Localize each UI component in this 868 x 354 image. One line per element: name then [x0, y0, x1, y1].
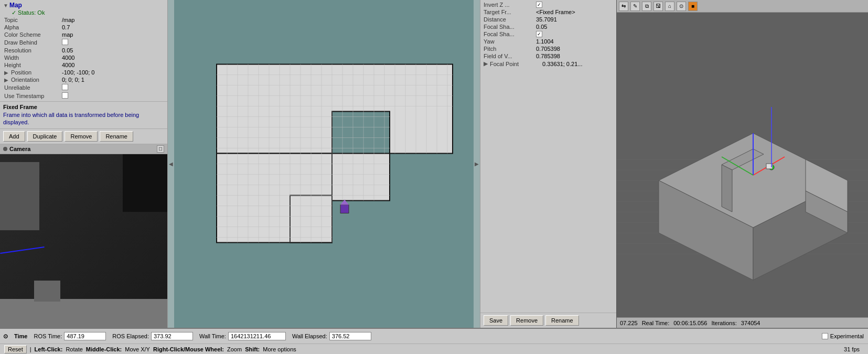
camera-view: [0, 154, 167, 328]
duplicate-button[interactable]: Duplicate: [27, 131, 63, 142]
orientation-value[interactable]: 0; 0; 0; 1: [60, 76, 165, 83]
3d-scene-svg: [617, 13, 868, 285]
fps-indicator: 31 fps: [844, 346, 864, 352]
3d-status-bar: 07.225 Real Time: 00:06:15.056 Iteration…: [617, 317, 868, 328]
fixed-frame-section: Fixed Frame Frame into which all data is…: [0, 101, 167, 128]
focal-point-value[interactable]: 0.33631; 0.21...: [542, 61, 582, 67]
ros-elapsed-value[interactable]: 373.92: [151, 332, 193, 340]
width-value[interactable]: 4000: [60, 54, 165, 61]
right-collapse-arrow[interactable]: ▶: [474, 0, 480, 328]
use-timestamp-checkbox[interactable]: [62, 92, 68, 99]
camera-properties: Invert Z ... Target Fr... <Fixed Frame> …: [480, 0, 616, 313]
toolbar-icon-3[interactable]: ⧉: [642, 2, 651, 11]
map-tree-item[interactable]: ▼ Map: [2, 1, 165, 9]
middle-click-action: Move X/Y: [125, 346, 150, 352]
resolution-row: Resolution 0.05: [2, 47, 165, 54]
yaw-label: Yaw: [484, 38, 536, 45]
map-label: Map: [9, 2, 22, 9]
draw-behind-checkbox[interactable]: [62, 39, 68, 45]
add-button[interactable]: Add: [3, 131, 25, 142]
field-of-v-label: Field of V...: [484, 53, 536, 59]
rename-view-button[interactable]: Rename: [545, 315, 579, 326]
shift-label: Shift:: [245, 346, 260, 352]
right-click-action: Zoom: [227, 346, 242, 352]
resolution-label: Resolution: [2, 47, 60, 54]
toolbar-icon-1[interactable]: ⇆: [619, 2, 628, 11]
wall-time-field: Wall Time: 1642131211.46: [199, 332, 286, 340]
topic-value[interactable]: /map: [60, 16, 165, 24]
position-value[interactable]: -100; -100; 0: [60, 69, 165, 76]
alpha-value[interactable]: 0.7: [60, 24, 165, 31]
position-label: Position: [11, 69, 31, 76]
left-click-action: Rotate: [66, 346, 82, 352]
save-button[interactable]: Save: [484, 315, 508, 326]
distance-label: Distance: [484, 16, 536, 23]
toolbar-3d: ⇆ ✎ ⧉ 🖫 ⌂ ⊙ ■: [617, 0, 868, 13]
invert-z-label: Invert Z ...: [484, 2, 536, 8]
experimental-label: Experimental: [830, 333, 864, 339]
height-value[interactable]: 4000: [60, 61, 165, 69]
left-click-label: Left-Click:: [35, 346, 63, 352]
distance-value[interactable]: 35.7091: [536, 16, 557, 23]
focal-point-label: Focal Point: [490, 61, 542, 67]
svg-marker-0: [217, 64, 453, 153]
focal-sha1-value[interactable]: 0.05: [536, 24, 547, 30]
ros-elapsed-field: ROS Elapsed: 373.92: [112, 332, 193, 340]
camera-building-right: [123, 154, 167, 212]
left-collapse-arrow[interactable]: ◀: [168, 0, 174, 328]
focal-point-arrow[interactable]: ▶: [484, 60, 488, 67]
toolbar-icon-5[interactable]: ⌂: [665, 2, 674, 11]
real-time-label: Real Time:: [642, 320, 670, 326]
field-of-v-value[interactable]: 0.785398: [536, 53, 560, 59]
unreliable-row: Unreliable: [2, 83, 165, 92]
topic-row: Topic /map: [2, 16, 165, 24]
far-right-panel: ⇆ ✎ ⧉ 🖫 ⌂ ⊙ ■: [616, 0, 868, 328]
focal-sha2-checkbox[interactable]: [536, 31, 542, 37]
color-scheme-value[interactable]: map: [60, 31, 165, 38]
width-row: Width 4000: [2, 54, 165, 61]
invert-z-checkbox[interactable]: [536, 2, 542, 8]
orientation-row: ▶ Orientation 0; 0; 0; 1: [2, 76, 165, 83]
color-scheme-label: Color Scheme: [2, 31, 60, 38]
experimental-checkbox[interactable]: [822, 333, 828, 339]
unreliable-checkbox[interactable]: [62, 84, 68, 90]
alpha-label: Alpha: [2, 24, 60, 31]
position-row: ▶ Position -100; -100; 0: [2, 69, 165, 76]
time-section-label: Time: [14, 333, 27, 339]
yaw-value[interactable]: 1.1004: [536, 38, 554, 45]
floor-plan-svg: [185, 48, 463, 305]
distance-row: Distance 35.7091: [483, 16, 614, 23]
pitch-value[interactable]: 0.705398: [536, 46, 560, 52]
reset-button[interactable]: Reset: [4, 345, 27, 353]
time-section: ⊙ Time ROS Time: 487.19 ROS Elapsed: 373…: [0, 332, 822, 340]
hint-bar: Reset | Left-Click: Rotate Middle-Click:…: [0, 344, 868, 354]
target-frame-row: Target Fr... <Fixed Frame>: [483, 8, 614, 16]
bottom-time-bar: ⊙ Time ROS Time: 487.19 ROS Elapsed: 373…: [0, 328, 868, 344]
right-click-label: Right-Click/Mouse Wheel:: [153, 346, 224, 352]
focal-sha2-row: Focal Sha...: [483, 30, 614, 38]
camera-building-left: [0, 162, 39, 230]
property-section: ▼ Map ✓ Status: Ok Topic /map Alpha 0.7 …: [0, 0, 167, 101]
focal-point-row: ▶ Focal Point 0.33631; 0.21...: [483, 60, 614, 68]
3d-viewport[interactable]: [617, 13, 868, 317]
color-scheme-row: Color Scheme map: [2, 31, 165, 38]
remove-view-button[interactable]: Remove: [510, 315, 543, 326]
target-frame-value[interactable]: <Fixed Frame>: [536, 9, 575, 15]
center-viewport[interactable]: [174, 0, 474, 328]
remove-button[interactable]: Remove: [65, 131, 98, 142]
toolbar-icon-7[interactable]: ■: [688, 2, 698, 11]
wall-time-value[interactable]: 1642131211.46: [228, 332, 286, 340]
target-frame-label: Target Fr...: [484, 9, 536, 15]
ros-time-value[interactable]: 487.19: [64, 332, 106, 340]
resolution-value[interactable]: 0.05: [60, 47, 165, 54]
status-ok: ✓ Status: Ok: [2, 9, 165, 16]
left-panel: ▼ Map ✓ Status: Ok Topic /map Alpha 0.7 …: [0, 0, 168, 328]
rename-button[interactable]: Rename: [100, 131, 133, 142]
wall-elapsed-value[interactable]: 376.52: [329, 332, 371, 340]
camera-scene: [0, 154, 167, 328]
camera-expand-button[interactable]: □: [157, 145, 164, 153]
svg-rect-42: [340, 205, 349, 213]
toolbar-icon-2[interactable]: ✎: [630, 2, 640, 11]
toolbar-icon-6[interactable]: ⊙: [677, 2, 686, 11]
toolbar-icon-4[interactable]: 🖫: [653, 2, 663, 11]
